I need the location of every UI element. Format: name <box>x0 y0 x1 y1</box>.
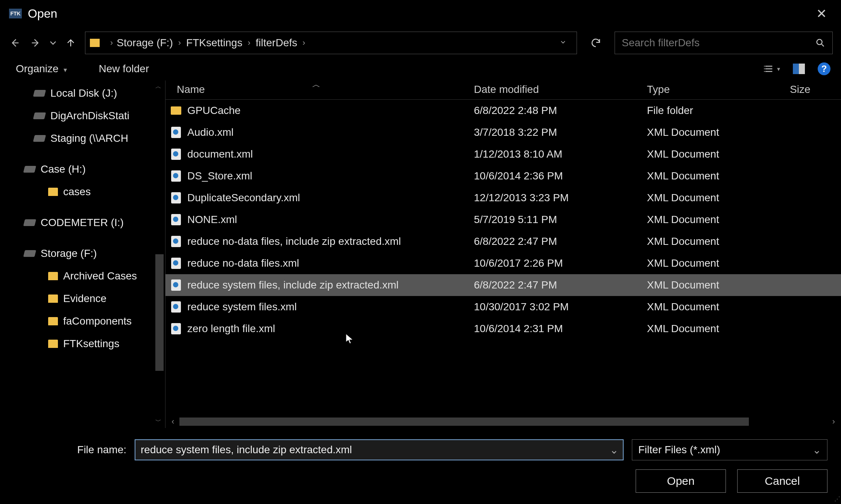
breadcrumb-item[interactable]: FTKsettings <box>186 37 242 49</box>
address-dropdown[interactable] <box>554 38 572 47</box>
file-row[interactable]: reduce system files.xml10/30/2017 3:02 P… <box>165 296 841 318</box>
file-row[interactable]: zero length file.xml10/6/2014 2:31 PMXML… <box>165 318 841 340</box>
tree-item-facomponents[interactable]: faComponents <box>0 310 165 332</box>
tree-item-storage-f[interactable]: Storage (F:) <box>0 242 165 265</box>
file-date: 10/6/2017 2:26 PM <box>474 257 647 269</box>
file-row[interactable]: reduce no-data files.xml10/6/2017 2:26 P… <box>165 252 841 274</box>
scroll-right-icon[interactable]: › <box>830 417 837 427</box>
xml-file-icon <box>171 323 181 334</box>
scrollbar-track[interactable] <box>179 417 748 426</box>
folder-icon <box>48 295 58 303</box>
help-icon: ? <box>821 64 827 74</box>
tree-label: Case (H:) <box>41 163 86 175</box>
tree-item-digarch[interactable]: DigArchDiskStati <box>0 105 165 127</box>
sort-indicator-icon: ︿ <box>312 79 320 90</box>
list-view-icon <box>764 64 774 74</box>
file-row[interactable]: DuplicateSecondary.xml12/12/2013 3:23 PM… <box>165 187 841 209</box>
scroll-left-icon[interactable]: ‹ <box>169 417 176 427</box>
tree-label: FTKsettings <box>63 338 119 350</box>
file-type: XML Document <box>647 279 790 291</box>
xml-file-icon <box>171 301 181 313</box>
up-button[interactable] <box>62 35 79 51</box>
file-row[interactable]: document.xml1/12/2013 8:10 AMXML Documen… <box>165 143 841 165</box>
column-type[interactable]: Type <box>647 83 790 96</box>
column-date[interactable]: Date modified <box>474 83 647 96</box>
help-button[interactable]: ? <box>818 62 830 75</box>
nav-row: › Storage (F:) › FTKsettings › filterDef… <box>0 27 841 59</box>
xml-file-icon <box>171 258 181 269</box>
file-row[interactable]: reduce no-data files, include zip extrac… <box>165 231 841 252</box>
tree-scrollbar-thumb[interactable] <box>155 254 164 371</box>
arrow-up-icon <box>65 38 76 48</box>
scroll-up-button[interactable]: ︿ <box>155 83 164 91</box>
file-name: Audio.xml <box>187 126 474 138</box>
column-size[interactable]: Size <box>790 83 820 96</box>
breadcrumb-item[interactable]: Storage (F:) <box>117 37 173 49</box>
folder-icon <box>90 39 100 47</box>
chevron-down-icon[interactable]: ⌄ <box>812 444 821 456</box>
tree-item-case-h[interactable]: Case (H:) <box>0 158 165 181</box>
back-button[interactable] <box>7 35 23 51</box>
file-type: XML Document <box>647 170 790 182</box>
tree-item-local-disk-j[interactable]: Local Disk (J:) <box>0 82 165 105</box>
breadcrumb: Storage (F:) › FTKsettings › filterDefs … <box>117 37 309 49</box>
file-row[interactable]: reduce system files, include zip extract… <box>165 274 841 296</box>
file-date: 6/8/2022 2:48 PM <box>474 105 647 117</box>
tree-item-codemeter[interactable]: CODEMETER (I:) <box>0 211 165 234</box>
tree-item-cases[interactable]: cases <box>0 181 165 203</box>
breadcrumb-item[interactable]: filterDefs <box>256 37 297 49</box>
open-dialog: FTK Open ✕ › Storage (F:) › FTKsettings <box>0 0 841 504</box>
scroll-down-button[interactable]: ﹀ <box>155 417 164 426</box>
file-name: reduce system files.xml <box>187 301 474 313</box>
tree-item-staging[interactable]: Staging (\\ARCH <box>0 127 165 150</box>
tree-label: DigArchDiskStati <box>50 110 129 122</box>
folder-icon <box>171 106 181 115</box>
close-button[interactable]: ✕ <box>809 3 834 24</box>
svg-point-3 <box>764 71 765 72</box>
search-input[interactable]: Search filterDefs <box>615 32 833 54</box>
tree-item-archived[interactable]: Archived Cases <box>0 265 165 287</box>
tree-label: Evidence <box>63 293 106 305</box>
xml-file-icon <box>171 236 181 247</box>
file-rows: GPUCache6/8/2022 2:48 PMFile folderAudio… <box>165 100 841 415</box>
address-bar[interactable]: › Storage (F:) › FTKsettings › filterDef… <box>85 32 577 54</box>
tree-item-evidence[interactable]: Evidence <box>0 287 165 310</box>
main-area: ︿ Local Disk (J:) DigArchDiskStati Stagi… <box>0 80 841 428</box>
chevron-down-icon[interactable]: ⌄ <box>610 444 618 456</box>
file-date: 10/30/2017 3:02 PM <box>474 301 647 313</box>
resize-grip-icon[interactable]: ⋰ <box>834 495 839 502</box>
chevron-down-icon <box>48 38 58 48</box>
arrow-left-icon <box>10 38 20 48</box>
view-mode-button[interactable]: ▾ <box>764 64 780 74</box>
forward-button[interactable] <box>27 35 44 51</box>
horizontal-scrollbar[interactable]: ‹ › <box>165 415 841 428</box>
column-headers: ︿ Name Date modified Type Size <box>165 80 841 100</box>
file-row[interactable]: DS_Store.xml10/6/2014 2:36 PMXML Documen… <box>165 165 841 187</box>
tree-item-ftksettings[interactable]: FTKsettings <box>0 332 165 355</box>
recent-dropdown[interactable] <box>47 35 59 51</box>
chevron-right-icon: › <box>244 38 254 48</box>
refresh-button[interactable] <box>585 37 606 49</box>
file-date: 10/6/2014 2:31 PM <box>474 323 647 335</box>
xml-file-icon <box>171 279 181 291</box>
file-type-filter[interactable]: Filter Files (*.xml) ⌄ <box>632 439 827 460</box>
file-row[interactable]: GPUCache6/8/2022 2:48 PMFile folder <box>165 100 841 121</box>
file-date: 10/6/2014 2:36 PM <box>474 170 647 182</box>
arrow-right-icon <box>30 38 41 48</box>
folder-icon <box>48 188 58 196</box>
file-name: reduce no-data files.xml <box>187 257 474 269</box>
folder-icon <box>48 317 58 325</box>
preview-pane-button[interactable] <box>793 64 805 74</box>
new-folder-button[interactable]: New folder <box>99 63 149 75</box>
organize-button[interactable]: Organize ▾ <box>16 63 67 75</box>
file-type: XML Document <box>647 148 790 160</box>
file-row[interactable]: NONE.xml5/7/2019 5:11 PMXML Document <box>165 209 841 231</box>
open-button[interactable]: Open <box>636 469 726 493</box>
file-row[interactable]: Audio.xml3/7/2018 3:22 PMXML Document <box>165 121 841 143</box>
cancel-button[interactable]: Cancel <box>737 469 827 493</box>
xml-file-icon <box>171 214 181 225</box>
organize-label: Organize <box>16 63 59 74</box>
file-date: 6/8/2022 2:47 PM <box>474 279 647 291</box>
filename-input[interactable]: reduce system files, include zip extract… <box>135 439 624 460</box>
file-type: XML Document <box>647 323 790 335</box>
